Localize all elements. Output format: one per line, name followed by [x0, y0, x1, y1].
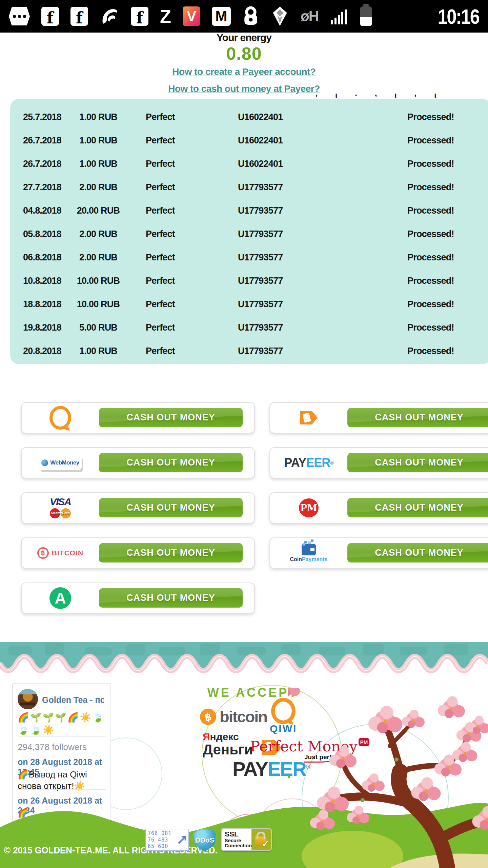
vk-group-title[interactable]: Golden Tea - получа…	[42, 695, 104, 705]
cell-amount: 2.00 RUB	[61, 229, 136, 239]
coinpayments-wallet-icon	[302, 544, 316, 555]
mastercard-icon: MasterCard	[49, 508, 72, 519]
cell-system: Perfect	[146, 252, 175, 262]
cell-status: Processed!	[407, 182, 454, 192]
cell-account: U17793577	[238, 346, 283, 356]
cell-amount: 10.00 RUB	[61, 275, 136, 286]
check-icon: ✓	[262, 839, 269, 849]
button-label: CASH OUT MONEY	[126, 412, 215, 423]
button-label: CASH OUT MONEY	[375, 457, 464, 468]
avatar[interactable]	[18, 689, 38, 709]
counter-arrow-icon: ↗	[176, 831, 188, 847]
cash-out-payeer-button[interactable]: CASH OUT MONEY	[347, 453, 488, 472]
uc-browser-icon	[100, 6, 119, 26]
cash-out-advcash-button[interactable]: CASH OUT MONEY	[99, 588, 243, 608]
cell-date: 19.8.2018	[23, 322, 61, 333]
coinpayments-coin: Coin	[290, 556, 302, 562]
facebook-icon: f	[131, 7, 148, 26]
cell-status: Processed!	[407, 252, 454, 262]
cell-account: U16022401	[238, 158, 283, 169]
cash-out-qiwi-button[interactable]: CASH OUT MONEY	[99, 408, 243, 427]
battery-icon	[360, 6, 372, 26]
link-create-payeer-account[interactable]: How to create a Payeer account?	[0, 66, 488, 77]
lock-icon	[242, 6, 259, 26]
cell-date: 25.7.2018	[23, 112, 61, 122]
cell-date: 05.8.2018	[23, 229, 61, 239]
pm-label: PM	[300, 503, 317, 513]
table-row: 26.7.2018 1.00 RUB Perfect U16022401 Pro…	[10, 129, 488, 152]
facebook-icon: f	[41, 7, 59, 26]
divider	[18, 736, 106, 737]
button-label: CASH OUT MONEY	[375, 548, 464, 558]
ssl-line: Secure	[225, 838, 252, 844]
cell-status: Processed!	[407, 346, 454, 356]
yandex-rest: ндекс	[210, 731, 239, 742]
cell-status: Processed!	[407, 158, 454, 169]
qiwi-logo-icon	[22, 403, 99, 433]
button-label: CASH OUT MONEY	[375, 412, 464, 423]
cell-system: Perfect	[146, 158, 175, 169]
cash-out-yandex-button[interactable]: CASH OUT MONEY	[347, 408, 488, 427]
cell-account: U17793577	[238, 275, 283, 286]
signal-icon	[330, 7, 349, 26]
cell-date: 26.7.2018	[23, 158, 61, 169]
cashout-card-qiwi: CASH OUT MONEY	[21, 402, 255, 433]
cell-amount: 1.00 RUB	[61, 135, 136, 145]
cash-out-coinpayments-button[interactable]: CASH OUT MONEY	[347, 543, 488, 563]
cell-system: Perfect	[146, 322, 175, 333]
facebook-icon: f	[70, 7, 88, 26]
visa-mastercard-logo: VISA MasterCard	[22, 493, 99, 523]
visa-label: VISA	[50, 497, 71, 507]
link-cash-out-payeer[interactable]: How to cash out money at Payeer?	[0, 83, 488, 94]
cherry-blossom-tree	[288, 688, 488, 868]
section-divider	[0, 629, 488, 629]
vk-status-emoji: 🌈🌱🌱🌱🌈☀️🍃🍃🍃☀️	[18, 711, 107, 736]
cell-amount: 20.00 RUB	[61, 205, 136, 216]
bitcoin-word: bitcoin	[220, 707, 267, 726]
vidmate-icon: V	[183, 6, 200, 26]
cell-date: 18.8.2018	[23, 299, 61, 309]
table-row: 27.7.2018 2.00 RUB Perfect U17793577 Pro…	[10, 175, 488, 199]
cash-out-visa-button[interactable]: CASH OUT MONEY	[99, 498, 243, 517]
cell-account: U17793577	[238, 299, 283, 309]
table-row: 10.8.2018 10.00 RUB Perfect U17793577 Pr…	[10, 269, 488, 292]
cash-out-perfect-money-button[interactable]: CASH OUT MONEY	[347, 498, 488, 517]
coinpayments-logo: CoinPayments	[270, 538, 347, 568]
cash-out-bitcoin-button[interactable]: CASH OUT MONEY	[99, 543, 243, 563]
button-label: CASH OUT MONEY	[126, 593, 215, 603]
button-label: CASH OUT MONEY	[126, 548, 215, 558]
cashout-card-visa-mastercard: VISA MasterCard CASH OUT MONEY	[21, 492, 255, 524]
clipped-text-fragment: , | . , | , |	[315, 94, 486, 99]
counter-line: 766 081	[148, 830, 171, 837]
energy-value: 0.80	[0, 43, 488, 64]
gmail-icon: M	[212, 7, 231, 26]
cell-status: Processed!	[407, 275, 454, 286]
ssl-title: SSL	[225, 830, 252, 838]
cashout-card-payeer: PAYEER® CASH OUT MONEY	[269, 447, 488, 478]
cell-amount: 2.00 RUB	[61, 182, 136, 192]
payeer-pay: PAY	[284, 456, 306, 470]
ssl-secure-badge: SSL Secure Connection ✓	[221, 828, 272, 851]
network-roaming-icon: øH	[301, 8, 318, 24]
cell-date: 20.8.2018	[23, 346, 61, 356]
cell-amount: 10.00 RUB	[61, 299, 136, 309]
payeer-logo: PAYEER®	[270, 448, 347, 478]
cashout-card-yandex-money: CASH OUT MONEY	[269, 402, 488, 433]
cashout-card-bitcoin: ฿ BITCOIN CASH OUT MONEY	[21, 537, 255, 569]
cell-account: U17793577	[238, 252, 283, 262]
cell-account: U17793577	[238, 229, 283, 239]
bitcoin-symbol-icon: ฿	[41, 549, 45, 557]
diamond-icon	[271, 6, 289, 27]
cell-amount: 5.00 RUB	[61, 322, 136, 333]
cash-out-webmoney-button[interactable]: CASH OUT MONEY	[99, 453, 243, 472]
perfect-money-logo: PM	[270, 493, 347, 523]
table-row: 04.8.2018 20.00 RUB Perfect U17793577 Pr…	[10, 199, 488, 222]
registered-mark: ®	[330, 460, 333, 466]
cell-status: Processed!	[407, 205, 454, 216]
vk-followers-count: 294,378 followers	[18, 742, 87, 752]
table-row: 25.7.2018 1.00 RUB Perfect U16022401 Pro…	[10, 105, 488, 129]
cell-account: U16022401	[238, 112, 283, 122]
button-label: CASH OUT MONEY	[375, 502, 464, 513]
visitor-counter-badge[interactable]: 766 081 76 483 65 600 ↗	[145, 829, 189, 851]
cell-system: Perfect	[146, 135, 175, 145]
